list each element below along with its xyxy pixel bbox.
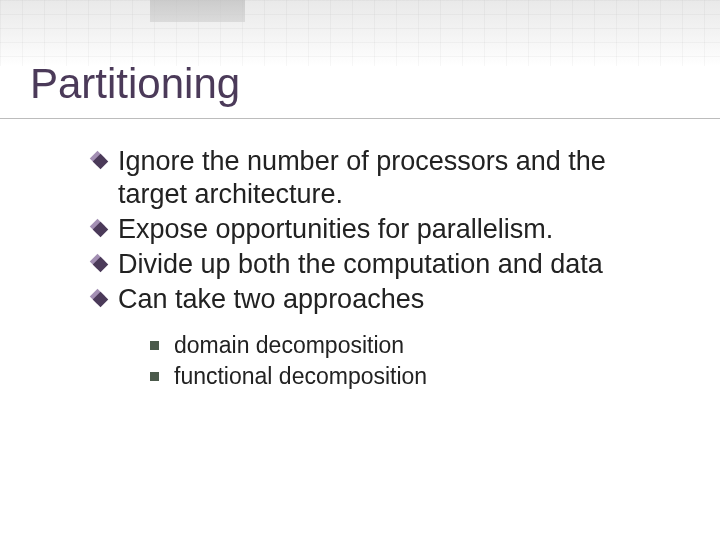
sub-bullet-text: functional decomposition xyxy=(174,363,427,389)
bullet-text: Ignore the number of processors and the … xyxy=(118,146,606,209)
slide-body: Ignore the number of processors and the … xyxy=(92,145,670,392)
bullet-item: Expose opportunities for parallelism. xyxy=(92,213,670,246)
title-underline xyxy=(0,118,720,119)
diamond-bullet-icon xyxy=(92,154,106,168)
bullet-item: Can take two approaches xyxy=(92,283,670,316)
bullet-text: Divide up both the computation and data xyxy=(118,249,603,279)
main-bullet-list: Ignore the number of processors and the … xyxy=(92,145,670,316)
diamond-bullet-icon xyxy=(92,222,106,236)
diamond-bullet-icon xyxy=(92,257,106,271)
bullet-item: Ignore the number of processors and the … xyxy=(92,145,670,211)
slide-title: Partitioning xyxy=(30,62,240,106)
square-bullet-icon xyxy=(150,372,159,381)
bullet-text: Can take two approaches xyxy=(118,284,424,314)
slide: Partitioning Ignore the number of proces… xyxy=(0,0,720,540)
square-bullet-icon xyxy=(150,341,159,350)
top-gradient-bar xyxy=(0,0,720,66)
sub-bullet-list: domain decomposition functional decompos… xyxy=(92,330,670,392)
sub-bullet-text: domain decomposition xyxy=(174,332,404,358)
sub-bullet-item: functional decomposition xyxy=(150,361,670,392)
bullet-text: Expose opportunities for parallelism. xyxy=(118,214,553,244)
bullet-item: Divide up both the computation and data xyxy=(92,248,670,281)
sub-bullet-item: domain decomposition xyxy=(150,330,670,361)
diamond-bullet-icon xyxy=(92,292,106,306)
top-accent-block xyxy=(150,0,245,22)
